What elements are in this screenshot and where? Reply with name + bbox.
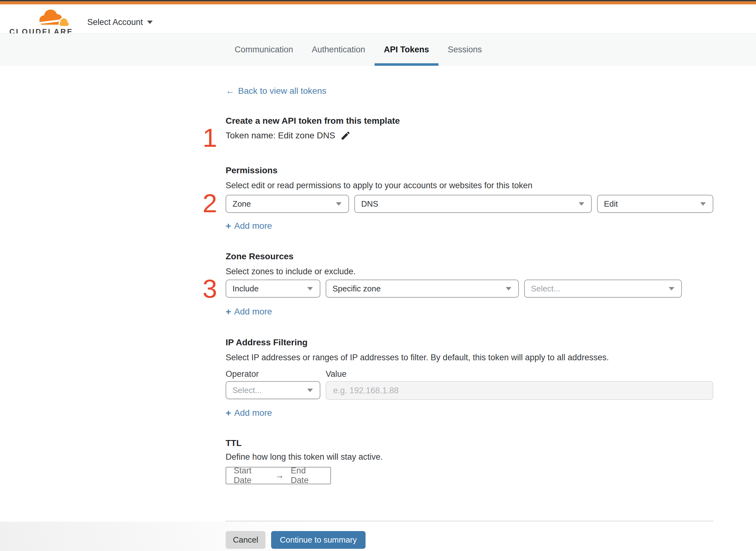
chevron-down-icon [700,202,706,206]
zone-include-select[interactable]: Include [226,280,320,298]
operator-label: Operator [226,369,259,379]
tab-bar: Communication Authentication API Tokens … [0,33,756,66]
back-link-label: Back to view all tokens [238,86,326,96]
ip-filtering-add-more-link[interactable]: + Add more [226,408,272,418]
ip-value-input[interactable] [326,381,713,400]
chevron-down-icon [307,287,313,291]
ttl-description: Define how long this token will stay act… [226,452,383,462]
start-date-placeholder: Start Date [234,466,268,485]
ip-filtering-description: Select IP addresses or ranges of IP addr… [226,353,609,363]
permission-scope-select[interactable]: Zone [226,195,349,213]
permissions-description: Select edit or read permissions to apply… [226,181,533,190]
chevron-down-icon [307,389,313,392]
permissions-title: Permissions [226,165,278,175]
top-orange-bar [0,1,756,4]
ip-operator-select[interactable]: Select... [226,381,320,399]
tab-api-tokens[interactable]: API Tokens [374,34,439,66]
tab-authentication[interactable]: Authentication [302,34,374,66]
step-number-2: 2 [202,190,217,216]
zone-picker-select[interactable]: Select... [524,280,682,298]
arrow-right-icon: → [275,471,284,481]
cancel-button[interactable]: Cancel [226,531,265,549]
zone-resources-add-more-link[interactable]: + Add more [226,307,272,317]
footer-divider [226,521,713,521]
tab-sessions[interactable]: Sessions [439,34,492,66]
chevron-down-icon [669,287,674,291]
zone-type-select[interactable]: Specific zone [326,280,519,298]
continue-to-summary-button[interactable]: Continue to summary [271,531,365,549]
edit-pencil-icon[interactable] [340,130,351,141]
api-token-template-page: CLOUDFLARE Select Account Communication … [0,0,756,551]
plus-icon: + [226,408,231,418]
ip-filtering-title: IP Address Filtering [226,338,307,348]
value-label: Value [326,369,346,379]
cloudflare-cloud-icon [37,8,70,27]
create-token-title: Create a new API token from this templat… [226,116,400,126]
back-arrow-icon: ← [226,86,234,96]
token-name-text: Token name: Edit zone DNS [226,131,335,140]
step-number-3: 3 [202,276,217,302]
back-to-tokens-link[interactable]: ← Back to view all tokens [226,86,326,96]
account-selector-label: Select Account [87,17,143,27]
chevron-down-icon [506,287,511,291]
permission-level-select[interactable]: Edit [597,195,713,213]
plus-icon: + [226,307,231,317]
tab-communication[interactable]: Communication [225,34,302,66]
end-date-placeholder: End Date [291,466,323,485]
chevron-down-icon [336,202,341,206]
ttl-date-range-picker[interactable]: Start Date → End Date [226,467,331,484]
ttl-title: TTL [226,438,241,448]
permission-group-select[interactable]: DNS [354,195,592,213]
account-selector[interactable]: Select Account [87,17,153,27]
header: CLOUDFLARE Select Account [0,4,756,33]
cloudflare-logo[interactable]: CLOUDFLARE [9,6,72,34]
token-name-line: Token name: Edit zone DNS [226,130,351,141]
chevron-down-icon [579,202,584,206]
step-number-1: 1 [202,125,217,151]
zone-resources-description: Select zones to include or exclude. [226,267,355,277]
chevron-down-icon [147,21,153,24]
zone-resources-title: Zone Resources [226,251,293,261]
permissions-add-more-link[interactable]: + Add more [226,221,272,231]
plus-icon: + [226,221,231,231]
